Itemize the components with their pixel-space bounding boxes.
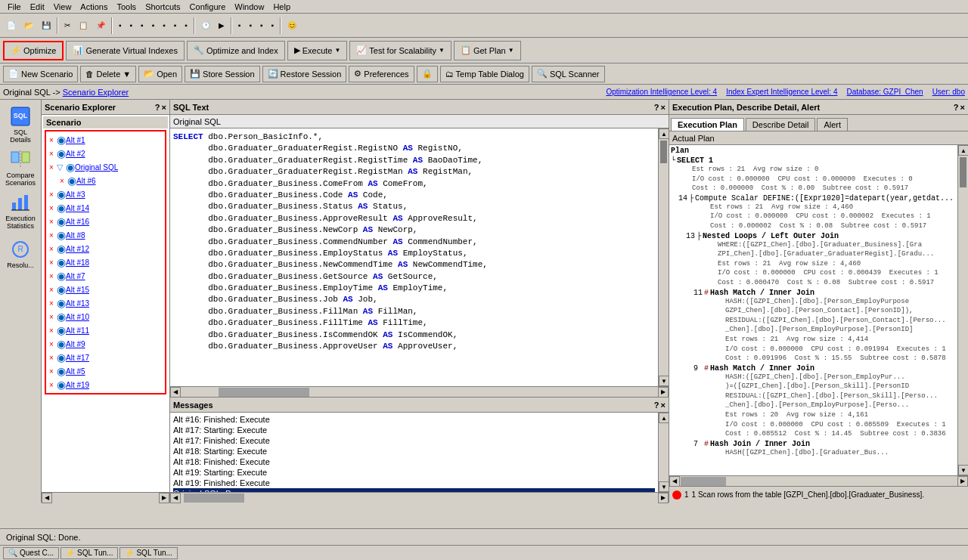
taskbar-sqltun1[interactable]: ⚡ SQL Tun... xyxy=(60,547,118,559)
generate-virtual-indexes-button[interactable]: 📊 Generate Virtual Indexes xyxy=(66,41,184,60)
toolbar-btn-9[interactable]: ▪ xyxy=(159,16,169,36)
scenario-scroll-left[interactable]: ◀ xyxy=(42,493,52,503)
menu-tools[interactable]: Tools xyxy=(112,0,141,14)
scenario-item-alt14[interactable]: × ◉ Alt #14 xyxy=(48,201,163,215)
scenario-item-alt19[interactable]: × ◉ Alt #19 xyxy=(48,378,163,391)
sql-question-icon[interactable]: ? xyxy=(654,103,659,112)
database-info[interactable]: Database: GZPI_Chen xyxy=(846,88,923,96)
resolution-button[interactable]: R Resolu... xyxy=(2,232,39,274)
msg-scroll-right[interactable]: ▶ xyxy=(658,493,669,503)
exec-scroll-right[interactable]: ▶ xyxy=(957,476,968,487)
scenario-item-alt1[interactable]: × ◉ Alt #1 xyxy=(48,133,163,147)
sql-details-button[interactable]: SQL SQLDetails xyxy=(2,103,39,144)
toolbar-btn-10[interactable]: ▪ xyxy=(170,16,181,36)
scenario-scrollbar-h[interactable]: ◀ ▶ xyxy=(42,492,169,503)
toolbar-btn-7[interactable]: ▪ xyxy=(137,16,147,36)
toolbar-btn-15[interactable]: ▪ xyxy=(256,16,267,36)
scenario-item-original[interactable]: × ▽ ◉ Original SQL xyxy=(48,160,163,174)
messages-list[interactable]: Alt #16: Finished: Execute Alt #17: Star… xyxy=(170,413,658,492)
sql-scroll-left[interactable]: ◀ xyxy=(170,387,181,398)
toolbar-btn-clock[interactable]: 🕐 xyxy=(197,16,214,36)
menu-help[interactable]: Help xyxy=(268,0,295,14)
exec-scroll-left[interactable]: ◀ xyxy=(669,476,680,487)
scenario-item-alt8[interactable]: × ◉ Alt #8 xyxy=(48,228,163,242)
scenario-question-icon[interactable]: ? xyxy=(155,103,160,112)
scenario-item-alt18[interactable]: × ◉ Alt #18 xyxy=(48,255,163,269)
msg-scroll-up[interactable]: ▲ xyxy=(659,413,669,423)
exec-close-icon[interactable]: × xyxy=(960,103,965,112)
scenario-item-alt13[interactable]: × ◉ Alt #13 xyxy=(48,296,163,310)
preferences-button[interactable]: ⚙ Preferences xyxy=(349,66,414,82)
sql-scanner-button[interactable]: 🔍 SQL Scanner xyxy=(532,66,605,82)
sql-close-icon[interactable]: × xyxy=(661,103,666,112)
exec-tab-plan[interactable]: Execution Plan xyxy=(671,118,744,131)
menu-view[interactable]: View xyxy=(49,0,76,14)
toolbar-btn-copy[interactable]: 📋 xyxy=(75,16,92,36)
optimization-level[interactable]: Optimization Intelligence Level: 4 xyxy=(606,88,717,96)
scenario-item-alt5[interactable]: × ◉ Alt #5 xyxy=(48,364,163,378)
scenario-explorer-link[interactable]: Scenario Explorer xyxy=(63,88,129,97)
compare-scenarios-button[interactable]: CompareScenarios xyxy=(2,146,39,187)
sql-scrollbar-v[interactable]: ▲ ▼ xyxy=(658,128,669,386)
scenario-item-alt11[interactable]: × ◉ Alt #11 xyxy=(48,323,163,337)
toolbar-btn-11[interactable]: ▪ xyxy=(181,16,191,36)
store-session-button[interactable]: 💾 Store Session xyxy=(185,66,259,82)
toolbar-btn-smiley[interactable]: 😊 xyxy=(284,16,300,36)
toolbar-btn-3[interactable]: 💾 xyxy=(38,16,54,36)
toolbar-btn-16[interactable]: ▪ xyxy=(267,16,278,36)
exec-question-icon[interactable]: ? xyxy=(954,103,959,112)
taskbar-quest[interactable]: 🔍 Quest C... xyxy=(3,547,59,559)
temp-table-button[interactable]: 🗂 Temp Table Dialog xyxy=(440,66,529,82)
menu-actions[interactable]: Actions xyxy=(76,0,112,14)
index-expert-level[interactable]: Index Expert Intelligence Level: 4 xyxy=(726,88,837,96)
lock-button[interactable]: 🔒 xyxy=(417,66,438,82)
open-button[interactable]: 📂 Open xyxy=(138,66,182,82)
toolbar-btn-8[interactable]: ▪ xyxy=(148,16,159,36)
menu-configure[interactable]: Configure xyxy=(185,0,231,14)
user-info[interactable]: User: dbo xyxy=(932,88,965,96)
exec-tree-content[interactable]: Plan └ SELECT 1 Est rows : 21 Avg row si… xyxy=(669,145,957,475)
messages-question-icon[interactable]: ? xyxy=(654,401,659,410)
toolbar-btn-13[interactable]: ▪ xyxy=(234,16,245,36)
sql-scroll-up[interactable]: ▲ xyxy=(659,128,669,139)
menu-file[interactable]: File xyxy=(3,0,26,14)
scenario-item-alt10[interactable]: × ◉ Alt #10 xyxy=(48,310,163,323)
toolbar-btn-1[interactable]: 📄 xyxy=(3,16,20,36)
messages-close-icon[interactable]: × xyxy=(661,401,666,410)
scenario-item-alt9[interactable]: × ◉ Alt #9 xyxy=(48,337,163,351)
menu-shortcuts[interactable]: Shortcuts xyxy=(141,0,185,14)
toolbar-btn-14[interactable]: ▪ xyxy=(245,16,256,36)
scenario-item-alt15[interactable]: × ◉ Alt #15 xyxy=(48,283,163,296)
msg-scroll-left[interactable]: ◀ xyxy=(170,493,181,503)
scenario-item-alt7[interactable]: × ◉ Alt #7 xyxy=(48,269,163,283)
exec-scroll-up[interactable]: ▲ xyxy=(958,145,968,156)
new-scenario-button[interactable]: 📄 New Scenario xyxy=(3,66,78,82)
scenario-item-alt17[interactable]: × ◉ Alt #17 xyxy=(48,351,163,364)
messages-scrollbar-v[interactable]: ▲ ▼ xyxy=(658,413,669,492)
execution-statistics-button[interactable]: ExecutionStatistics xyxy=(2,189,39,230)
menu-edit[interactable]: Edit xyxy=(26,0,49,14)
optimize-button[interactable]: ⚡ Optimize xyxy=(3,41,64,60)
menu-window[interactable]: Window xyxy=(230,0,268,14)
delete-button[interactable]: 🗑 Delete ▼ xyxy=(80,66,136,82)
execute-button[interactable]: ▶ Execute ▼ xyxy=(287,41,348,60)
exec-scrollbar-h[interactable]: ◀ ▶ xyxy=(669,475,968,486)
exec-scroll-down[interactable]: ▼ xyxy=(958,465,968,475)
sql-scroll-down[interactable]: ▼ xyxy=(659,376,669,386)
toolbar-btn-cut[interactable]: ✂ xyxy=(60,16,74,36)
exec-scrollbar-v[interactable]: ▲ ▼ xyxy=(957,145,968,475)
get-plan-button[interactable]: 📋 Get Plan ▼ xyxy=(454,41,521,60)
scenario-item-alt3[interactable]: × ◉ Alt #3 xyxy=(48,187,163,201)
scenario-item-alt2[interactable]: × ◉ Alt #2 xyxy=(48,147,163,160)
toolbar-btn-12[interactable]: ▶ xyxy=(215,16,228,36)
exec-tab-describe[interactable]: Describe Detail xyxy=(746,118,816,131)
scenario-item-alt6[interactable]: × ◉ Alt #6 xyxy=(48,174,163,187)
sql-scroll-right[interactable]: ▶ xyxy=(658,387,669,398)
restore-session-button[interactable]: 🔄 Restore Session xyxy=(262,66,347,82)
toolbar-btn-6[interactable]: ▪ xyxy=(126,16,137,36)
optimize-and-index-button[interactable]: 🔧 Optimize and Index xyxy=(187,41,285,60)
sql-content[interactable]: SELECT dbo.Person_BasicInfo.*, dbo.Gradu… xyxy=(170,128,658,386)
scenario-item-alt12[interactable]: × ◉ Alt #12 xyxy=(48,242,163,255)
toolbar-btn-2[interactable]: 📂 xyxy=(20,16,37,36)
scenario-close-icon[interactable]: × xyxy=(162,103,166,112)
